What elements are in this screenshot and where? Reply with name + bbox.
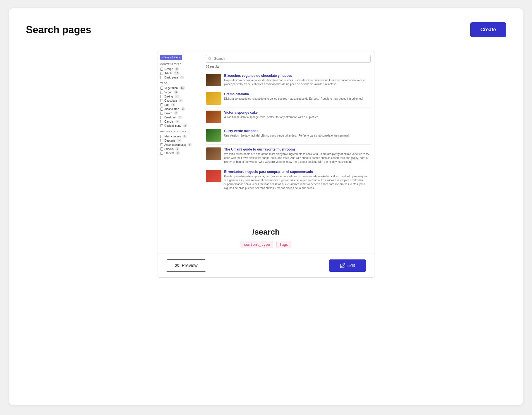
result-item-1: Crema catalana Disfruta de esta dulce re… xyxy=(206,89,371,108)
content-type-section-title: CONTENT TYPE xyxy=(160,63,199,66)
result-text-3: Curry verde tailandés Una versión rápida… xyxy=(224,129,349,142)
sidebar-item-cocktail-party[interactable]: Cocktail party 2 xyxy=(160,124,199,127)
create-button[interactable]: Create xyxy=(470,22,506,37)
chocolate-count: 4 xyxy=(179,99,183,102)
sidebar-item-starters[interactable]: Starters 2 xyxy=(160,151,199,155)
result-desc-1: Disfruta de esta dulce receta de uno de … xyxy=(224,97,363,101)
result-title-2[interactable]: Victoria sponge cake xyxy=(224,111,319,115)
egg-checkbox[interactable] xyxy=(160,103,163,106)
tags-section-title: TAGS xyxy=(160,82,199,85)
search-input[interactable] xyxy=(206,55,371,63)
sidebar-item-article[interactable]: Article 16 xyxy=(160,71,199,75)
basic-page-label: Basic page xyxy=(164,76,178,79)
result-title-4[interactable]: The Umami guide to our favorite mushroom… xyxy=(224,147,371,151)
starters-count: 2 xyxy=(176,151,180,155)
result-desc-3: Una versión rápida y fácil del clásico c… xyxy=(224,134,349,138)
chocolate-checkbox[interactable] xyxy=(160,99,163,102)
baked-checkbox[interactable] xyxy=(160,112,163,115)
baking-checkbox[interactable] xyxy=(160,95,163,98)
sidebar-item-chocolate[interactable]: Chocolate 4 xyxy=(160,99,199,102)
sidebar-item-egg[interactable]: Egg 4 xyxy=(160,103,199,106)
footer-buttons: Preview Edit xyxy=(157,254,375,277)
result-thumbnail-0 xyxy=(206,74,221,86)
result-thumbnail-2 xyxy=(206,111,221,123)
desserts-checkbox[interactable] xyxy=(160,139,163,142)
result-text-1: Crema catalana Disfruta de esta dulce re… xyxy=(224,92,363,105)
sidebar-item-recipe[interactable]: Recipe 9 xyxy=(160,67,199,71)
cocktail-party-checkbox[interactable] xyxy=(160,124,163,127)
alcohol-free-checkbox[interactable] xyxy=(160,108,163,111)
egg-count: 4 xyxy=(171,103,175,106)
result-item-3: Curry verde tailandés Una versión rápida… xyxy=(206,126,371,145)
basic-page-checkbox[interactable] xyxy=(160,76,163,79)
sidebar-item-accompaniments[interactable]: Accompaniments 3 xyxy=(160,143,199,146)
search-icon xyxy=(208,57,212,60)
sidebar-item-breakfast[interactable]: Breakfast 2 xyxy=(160,116,199,119)
recipe-checkbox[interactable] xyxy=(160,68,163,71)
sidebar-item-carrots[interactable]: Carrots 3 xyxy=(160,120,199,123)
result-title-3[interactable]: Curry verde tailandés xyxy=(224,129,349,133)
search-area: Clear all filters CONTENT TYPE Recipe 9 … xyxy=(157,51,375,219)
results-count: 36 results xyxy=(206,65,371,68)
result-title-0[interactable]: Bizcochos veganos de chocolate y nueces xyxy=(224,74,371,78)
result-desc-2: A traditional Victoria sponge cake, perf… xyxy=(224,115,319,119)
sidebar-item-alcohol-free[interactable]: Alcohol free 3 xyxy=(160,107,199,111)
svg-line-1 xyxy=(210,59,211,60)
clear-filters-button[interactable]: Clear all filters xyxy=(160,55,182,60)
baking-count: 4 xyxy=(175,95,179,98)
sidebar-item-snacks[interactable]: Snacks 2 xyxy=(160,147,199,151)
snacks-count: 2 xyxy=(175,147,179,151)
sidebar-item-desserts[interactable]: Desserts 3 xyxy=(160,139,199,142)
svg-point-3 xyxy=(176,265,178,266)
result-text-4: The Umami guide to our favorite mushroom… xyxy=(224,147,371,164)
result-item-4: The Umami guide to our favorite mushroom… xyxy=(206,145,371,167)
sidebar-item-baked[interactable]: Baked 2 xyxy=(160,111,199,115)
result-thumbnail-1 xyxy=(206,92,221,105)
vegan-count: 6 xyxy=(174,90,178,94)
snacks-checkbox[interactable] xyxy=(160,147,163,151)
main-courses-checkbox[interactable] xyxy=(160,135,163,138)
alcohol-free-count: 3 xyxy=(181,107,185,111)
url-params: content_type tags xyxy=(163,241,369,248)
recipe-label: Recipe xyxy=(164,68,173,71)
sidebar-item-main-courses[interactable]: Main courses 8 xyxy=(160,135,199,138)
sidebar-item-basic-page[interactable]: Basic page 2 xyxy=(160,76,199,79)
result-thumbnail-5 xyxy=(206,170,221,182)
recipe-count: 9 xyxy=(175,67,179,71)
result-title-1[interactable]: Crema catalana xyxy=(224,92,363,96)
result-title-5[interactable]: El verdadero negocio para comprar en el … xyxy=(224,170,371,174)
result-text-2: Victoria sponge cake A traditional Victo… xyxy=(224,111,319,123)
vegetarian-checkbox[interactable] xyxy=(160,87,163,90)
article-checkbox[interactable] xyxy=(160,72,163,75)
edit-label: Edit xyxy=(347,263,355,268)
url-section: /search content_type tags xyxy=(157,219,375,254)
result-item-5: El verdadero negocio para comprar en el … xyxy=(206,167,371,193)
vegetarian-count: 14 xyxy=(179,86,185,90)
breakfast-count: 2 xyxy=(178,116,182,119)
page-header: Search pages Create xyxy=(26,22,506,37)
cocktail-party-count: 2 xyxy=(183,124,187,127)
accompaniments-checkbox[interactable] xyxy=(160,143,163,146)
url-path: /search xyxy=(163,228,369,237)
sidebar: Clear all filters CONTENT TYPE Recipe 9 … xyxy=(157,51,202,219)
result-desc-4: We think mushrooms are one of the most e… xyxy=(224,152,371,164)
desserts-count: 3 xyxy=(177,139,181,142)
url-param-content-type: content_type xyxy=(241,241,273,248)
sidebar-item-vegan[interactable]: Vegan 6 xyxy=(160,90,199,94)
sidebar-item-vegetarian[interactable]: Vegetarian 14 xyxy=(160,86,199,90)
carrots-count: 3 xyxy=(175,120,179,123)
url-param-tags: tags xyxy=(276,241,291,248)
vegan-checkbox[interactable] xyxy=(160,91,163,94)
result-desc-5: Puede que esto no te sorprenda, pero su … xyxy=(224,175,371,190)
eye-icon xyxy=(174,263,179,268)
carrots-checkbox[interactable] xyxy=(160,120,163,123)
starters-checkbox[interactable] xyxy=(160,152,163,155)
result-thumbnail-3 xyxy=(206,129,221,142)
edit-button[interactable]: Edit xyxy=(329,259,366,272)
preview-label: Preview xyxy=(182,263,198,268)
page-title: Search pages xyxy=(26,24,91,36)
sidebar-item-baking[interactable]: Baking 4 xyxy=(160,95,199,98)
breakfast-checkbox[interactable] xyxy=(160,116,163,119)
result-text-5: El verdadero negocio para comprar en el … xyxy=(224,170,371,190)
preview-button[interactable]: Preview xyxy=(166,259,206,272)
